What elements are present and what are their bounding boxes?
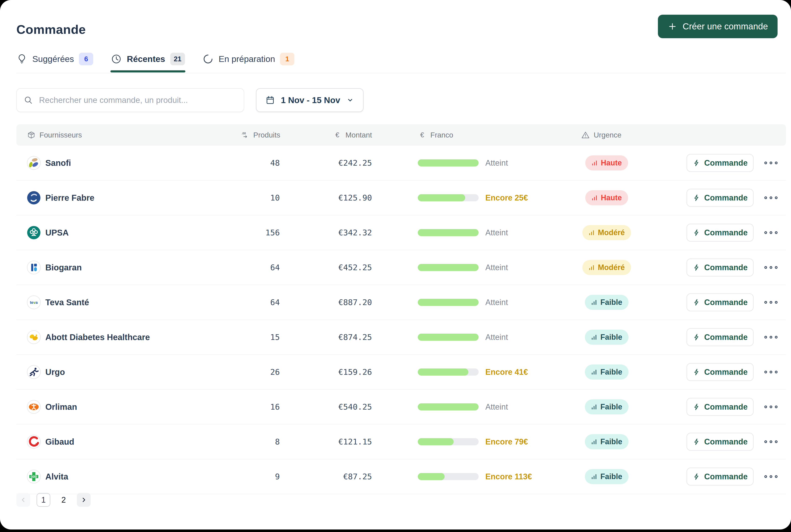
commande-button[interactable]: Commande [687,293,754,311]
urgency-badge: Modéré [582,260,631,275]
commande-button[interactable]: Commande [687,189,754,207]
amount-value: €874.25 [305,332,372,342]
franco-label: Encore 41€ [485,367,528,377]
column-header-fournisseurs: Fournisseurs [27,124,82,146]
row-menu-button[interactable] [760,440,782,443]
franco-label: Encore 25€ [485,193,528,203]
products-count: 64 [225,298,280,307]
row-menu-button[interactable] [760,196,782,199]
supplier-name: Teva Santé [45,298,89,307]
amount-value: €452.25 [305,263,372,272]
lightbulb-icon [16,54,27,64]
tab-suggerees[interactable]: Suggérées 6 [16,52,93,66]
bars-icon [591,299,597,305]
supplier-logo [27,191,41,205]
chevron-right-icon [80,496,87,504]
commande-button[interactable]: Commande [687,328,754,346]
warning-icon [581,131,590,139]
svg-text:GDD: GDD [31,475,37,478]
urgency-badge: Modéré [582,225,631,240]
products-count: 10 [225,193,280,203]
products-count: 48 [225,158,280,168]
supplier-name: Urgo [45,367,65,377]
search-box [16,88,244,112]
row-menu-button[interactable] [760,405,782,408]
supplier-logo [27,435,41,449]
table-row: GDD Alvita 9 €87.25 Encore 113€ Faible C… [16,459,786,494]
amount-value: €887.20 [305,298,372,307]
euro-icon: € [333,131,342,139]
franco-progress-bar [418,299,479,306]
filter-row: 1 Nov - 15 Nov [16,88,364,112]
decimal-icon: .00 [241,131,250,139]
urgency-badge: Faible [585,364,629,380]
products-count: 16 [225,402,280,412]
create-order-button[interactable]: Créer une commande [658,15,777,38]
commande-button[interactable]: Commande [687,468,754,486]
search-input[interactable] [39,95,237,105]
table-row: Sanofi 48 €242.25 Atteint Haute Commande [16,146,786,180]
table-row: UPSA 156 €342.32 Atteint Modéré Commande [16,215,786,250]
supplier-logo [27,226,41,240]
bolt-icon [693,368,700,376]
row-menu-button[interactable] [760,371,782,374]
commande-button[interactable]: Commande [687,154,754,172]
clock-icon [111,54,122,64]
previous-page-button[interactable] [16,493,30,507]
commande-button[interactable]: Commande [687,363,754,381]
row-menu-button[interactable] [760,301,782,304]
bolt-icon [693,264,700,271]
franco-label: Atteint [485,298,508,307]
amount-value: €125.90 [305,193,372,203]
calendar-icon [265,95,275,105]
supplier-name: Orliman [45,402,77,412]
urgency-badge: Faible [585,329,629,345]
franco-progress-bar [418,473,479,480]
urgency-cell: Haute [574,190,639,205]
next-page-button[interactable] [77,493,91,507]
supplier-logo [27,365,41,379]
urgency-badge: Faible [585,434,629,449]
bolt-icon [693,333,700,341]
row-menu-button[interactable] [760,336,782,339]
urgency-cell: Faible [574,295,639,310]
commande-button[interactable]: Commande [687,224,754,242]
bolt-icon [693,438,700,446]
commande-button[interactable]: Commande [687,433,754,451]
tab-label: Suggérées [32,54,74,64]
tab-count-badge: 21 [170,53,185,65]
commande-button[interactable]: Commande [687,259,754,277]
plus-icon [668,22,677,31]
row-menu-button[interactable] [760,475,782,478]
chevron-down-icon [346,96,354,104]
table-row: Biogaran 64 €452.25 Atteint Modéré Comma… [16,250,786,285]
date-range-label: 1 Nov - 15 Nov [281,95,340,105]
page-button-1[interactable]: 1 [37,493,51,507]
svg-text:€: € [335,131,339,139]
bolt-icon [693,298,700,306]
tab-bar: Suggérées 6 Récentes 21 En préparation 1 [16,52,786,73]
supplier-name: Alvita [45,472,68,481]
package-icon [27,131,36,139]
bars-icon [591,439,597,445]
amount-value: €342.32 [305,228,372,237]
supplier-name: Abott Diabetes Healthcare [45,332,150,342]
table-body: Sanofi 48 €242.25 Atteint Haute Commande [16,146,786,494]
page-button-2[interactable]: 2 [57,493,71,507]
table-row: Orliman 16 €540.25 Atteint Faible Comman… [16,390,786,424]
products-count: 156 [225,228,280,237]
row-menu-button[interactable] [760,231,782,234]
row-menu-button[interactable] [760,266,782,269]
date-range-button[interactable]: 1 Nov - 15 Nov [256,88,364,112]
franco-label: Atteint [485,228,508,237]
franco-progress-bar [418,229,479,236]
products-count: 8 [225,437,280,446]
tab-recentes[interactable]: Récentes 21 [111,52,185,66]
row-menu-button[interactable] [760,162,782,165]
bars-icon [589,264,595,271]
franco-progress-bar [418,194,479,201]
urgency-badge: Faible [585,399,629,414]
tab-label: Récentes [127,54,165,64]
tab-en-preparation[interactable]: En préparation 1 [202,52,294,66]
commande-button[interactable]: Commande [687,398,754,416]
